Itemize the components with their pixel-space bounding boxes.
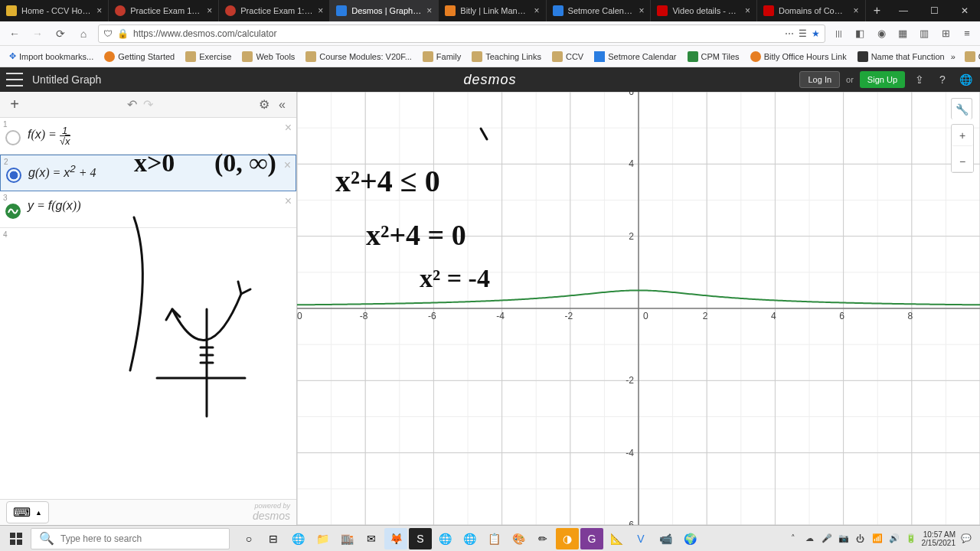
- bookmark-star-icon[interactable]: ★: [812, 28, 820, 39]
- browser-tab[interactable]: Bitly | Link Manage×: [439, 0, 546, 21]
- bookmark-folder[interactable]: Course Modules: V20F...: [301, 49, 416, 64]
- bookmark-folder[interactable]: Web Tools: [237, 49, 299, 64]
- library-icon[interactable]: ⫼: [831, 27, 845, 41]
- sidebar-icon[interactable]: ◧: [853, 27, 867, 41]
- close-icon[interactable]: ×: [318, 5, 323, 16]
- browser-tab[interactable]: Home - CCV Home×: [0, 0, 109, 21]
- reload-icon[interactable]: ⟳: [52, 25, 69, 42]
- address-bar[interactable]: 🛡 🔒 https://www.desmos.com/calculator ⋯ …: [98, 24, 825, 43]
- taskbar-search[interactable]: 🔍: [31, 528, 230, 549]
- expression-row[interactable]: 3 y = f(g(x)) ×: [0, 191, 296, 228]
- expression-input[interactable]: f(x) = 1√x: [23, 118, 296, 154]
- visibility-toggle[interactable]: [5, 204, 21, 219]
- taskbar-app-icon[interactable]: G: [580, 528, 603, 549]
- start-button[interactable]: [3, 527, 29, 550]
- volume-icon[interactable]: 🔊: [888, 533, 900, 545]
- zoom-in-button[interactable]: +: [952, 125, 973, 146]
- search-input[interactable]: [60, 533, 221, 544]
- bookmark-folder[interactable]: Teaching Links: [467, 49, 546, 64]
- delete-expression-icon[interactable]: ×: [284, 158, 291, 172]
- wifi-icon[interactable]: 📶: [871, 533, 884, 545]
- home-icon[interactable]: ⌂: [75, 25, 92, 42]
- minimize-icon[interactable]: —: [888, 0, 919, 21]
- taskbar-app-icon[interactable]: 🌍: [678, 528, 701, 549]
- shield-icon[interactable]: 🛡: [103, 28, 113, 39]
- tray-icon[interactable]: ⏻: [854, 533, 867, 545]
- tray-icon[interactable]: ☁: [804, 533, 816, 545]
- bookmark-folder[interactable]: Exercise: [181, 49, 236, 64]
- account-icon[interactable]: ◉: [874, 27, 888, 41]
- notifications-icon[interactable]: 💬: [960, 533, 972, 545]
- extension-icon[interactable]: ▦: [896, 27, 910, 41]
- share-icon[interactable]: ⇪: [911, 71, 928, 88]
- taskbar-app-icon[interactable]: 🏬: [335, 528, 358, 549]
- bookmark-item[interactable]: Bitly Office Hours Link: [746, 49, 851, 64]
- bookmark-item[interactable]: Name that Function: [853, 49, 949, 64]
- tray-icon[interactable]: 🎤: [821, 533, 833, 545]
- browser-tab-active[interactable]: Desmos | Graphing×: [330, 0, 439, 21]
- close-icon[interactable]: ×: [534, 5, 540, 16]
- back-icon[interactable]: ←: [6, 25, 23, 42]
- browser-tab[interactable]: Practice Exam 1 Sp×: [109, 0, 219, 21]
- window-close-icon[interactable]: ✕: [949, 0, 980, 21]
- taskbar-app-icon[interactable]: 🦊: [384, 528, 407, 549]
- bookmark-item[interactable]: CPM Tiles: [683, 49, 744, 64]
- close-icon[interactable]: ×: [639, 5, 644, 16]
- browser-tab[interactable]: Practice Exam 1: V2×: [219, 0, 330, 21]
- visibility-toggle[interactable]: [6, 168, 21, 183]
- taskbar-app-icon[interactable]: 📹: [654, 528, 677, 549]
- browser-tab[interactable]: Setmore Calendar×: [547, 0, 652, 21]
- expression-input[interactable]: [23, 228, 296, 246]
- taskbar-app-icon[interactable]: ✏: [531, 528, 554, 549]
- browser-tab[interactable]: Domains of Compo×: [757, 0, 866, 21]
- zoom-out-button[interactable]: −: [952, 151, 973, 172]
- graph-title[interactable]: Untitled Graph: [32, 73, 101, 86]
- taskbar-app-icon[interactable]: 🌐: [458, 528, 481, 549]
- undo-icon[interactable]: ↶: [124, 94, 140, 115]
- expression-row-selected[interactable]: 2 g(x) = x2 + 4 ×: [0, 155, 296, 191]
- taskbar-app-icon[interactable]: ◑: [556, 528, 579, 549]
- taskbar-app-icon[interactable]: 🌐: [286, 528, 309, 549]
- reader-icon[interactable]: ☰: [799, 28, 807, 39]
- taskbar-clock[interactable]: 10:57 AM 2/15/2021: [922, 530, 956, 547]
- redo-icon[interactable]: ↷: [140, 94, 156, 115]
- taskbar-app-icon[interactable]: 📁: [311, 528, 334, 549]
- browser-tab[interactable]: Video details - You×: [651, 0, 756, 21]
- expression-row-empty[interactable]: 4: [0, 228, 296, 246]
- bookmark-folder[interactable]: CCV: [547, 49, 588, 64]
- tray-icon[interactable]: 📷: [838, 533, 850, 545]
- visibility-toggle[interactable]: [5, 130, 21, 145]
- expression-input[interactable]: y = f(g(x)): [23, 191, 296, 227]
- maximize-icon[interactable]: ☐: [919, 0, 949, 21]
- expression-input[interactable]: g(x) = x2 + 4: [24, 155, 296, 191]
- close-icon[interactable]: ×: [745, 5, 750, 16]
- close-icon[interactable]: ×: [207, 5, 212, 16]
- puzzle-icon[interactable]: ⊞: [939, 27, 952, 41]
- login-button[interactable]: Log In: [799, 71, 840, 88]
- tray-chevron-icon[interactable]: ˄: [787, 533, 799, 545]
- gear-icon[interactable]: ⚙: [256, 94, 273, 115]
- bookmark-folder[interactable]: Family: [418, 49, 466, 64]
- graph-canvas[interactable]: -10-8-6-4-202468-6-4-2246 x²+4 ≤ 0 x²+4 …: [297, 92, 980, 525]
- hamburger-icon[interactable]: [6, 73, 23, 86]
- close-icon[interactable]: ×: [426, 5, 432, 16]
- wrench-icon[interactable]: 🔧: [951, 98, 972, 119]
- new-tab-button[interactable]: +: [866, 0, 888, 21]
- language-icon[interactable]: 🌐: [957, 71, 974, 88]
- battery-icon[interactable]: 🔋: [905, 533, 917, 545]
- expression-row[interactable]: 1 f(x) = 1√x ×: [0, 118, 296, 155]
- taskbar-app-icon[interactable]: 🎨: [507, 528, 530, 549]
- other-bookmarks[interactable]: Other Bookmarks: [960, 49, 980, 64]
- forward-icon[interactable]: →: [29, 25, 46, 42]
- taskview-icon[interactable]: ⊟: [262, 528, 285, 549]
- bookmark-item[interactable]: ✥Import bookmarks...: [5, 49, 98, 64]
- taskbar-app-icon[interactable]: 📋: [482, 528, 505, 549]
- add-expression-button[interactable]: +: [5, 95, 24, 115]
- close-icon[interactable]: ×: [96, 5, 102, 16]
- delete-expression-icon[interactable]: ×: [285, 121, 292, 135]
- extension-icon[interactable]: ▥: [917, 27, 931, 41]
- close-icon[interactable]: ×: [854, 5, 859, 16]
- taskbar-app-icon[interactable]: 🌐: [433, 528, 456, 549]
- taskbar-app-icon[interactable]: ✉: [360, 528, 383, 549]
- menu-icon[interactable]: ≡: [960, 27, 974, 41]
